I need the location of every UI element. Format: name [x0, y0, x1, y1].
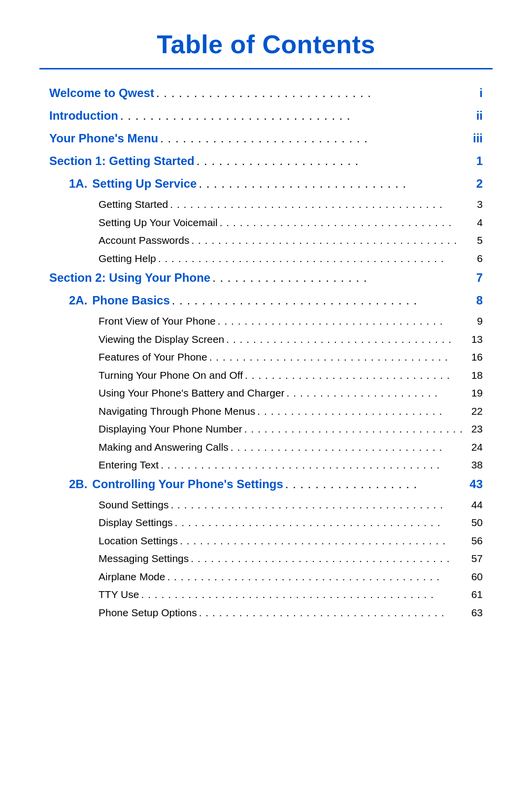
- toc-label: Phone Setup Options: [99, 605, 197, 621]
- toc-row-airplane-mode[interactable]: Airplane Mode. . . . . . . . . . . . . .…: [49, 569, 483, 585]
- toc-row-getting-help[interactable]: Getting Help. . . . . . . . . . . . . . …: [49, 251, 483, 266]
- toc-dots: . . . . . . . . . . . . . . . . . . . . …: [180, 533, 469, 549]
- toc-row-messaging-settings[interactable]: Messaging Settings. . . . . . . . . . . …: [49, 551, 483, 566]
- toc-row-entering-text[interactable]: Entering Text. . . . . . . . . . . . . .…: [49, 457, 483, 473]
- toc-row-sound-settings[interactable]: Sound Settings. . . . . . . . . . . . . …: [49, 497, 483, 513]
- toc-label: Display Settings: [99, 515, 173, 531]
- toc-dots: . . . . . . . . . . . . . . . . . . . . …: [172, 292, 474, 309]
- toc-row-navigating[interactable]: Navigating Through Phone Menus. . . . . …: [49, 403, 483, 419]
- toc-row-phone-menu[interactable]: Your Phone's Menu. . . . . . . . . . . .…: [49, 130, 483, 147]
- toc-page: 19: [471, 385, 483, 401]
- toc-dots: . . . . . . . . . . . . . . . . . . . . …: [175, 515, 469, 531]
- toc-row-welcome[interactable]: Welcome to Qwest. . . . . . . . . . . . …: [49, 84, 483, 102]
- toc-row-voicemail[interactable]: Setting Up Your Voicemail. . . . . . . .…: [49, 215, 483, 231]
- toc-page: 13: [471, 332, 483, 347]
- toc-label: Entering Text: [99, 457, 159, 473]
- toc-row-section1[interactable]: Section 1: Getting Started. . . . . . . …: [49, 152, 483, 170]
- toc-label: Turning Your Phone On and Off: [99, 367, 243, 383]
- toc-dots: . . . . . . . . . . . . . . . . . . . . …: [191, 233, 475, 248]
- toc-dots: . . . . . . . . . . . . . . . . . . . . …: [209, 349, 469, 365]
- toc-dots: . . . . . . . . . . . . . . . . . . . . …: [212, 269, 474, 287]
- toc-label: Your Phone's Menu: [49, 130, 158, 147]
- toc-dots: . . . . . . . . . . . . . . . . . . . . …: [141, 587, 469, 602]
- toc-dots: . . . . . . . . . . . . . . . . . . . . …: [191, 551, 469, 566]
- toc-label: Navigating Through Phone Menus: [99, 403, 255, 419]
- toc-page: i: [479, 84, 483, 102]
- toc-row-display-screen[interactable]: Viewing the Display Screen. . . . . . . …: [49, 332, 483, 347]
- toc-row-battery[interactable]: Using Your Phone's Battery and Charger. …: [49, 385, 483, 401]
- toc-row-features[interactable]: Features of Your Phone. . . . . . . . . …: [49, 349, 483, 365]
- toc-row-section2[interactable]: Section 2: Using Your Phone. . . . . . .…: [49, 269, 483, 287]
- toc-row-display-settings[interactable]: Display Settings. . . . . . . . . . . . …: [49, 515, 483, 531]
- toc-dots: . . . . . . . . . . . . . . . . . . . . …: [199, 175, 474, 193]
- toc-page: 63: [471, 605, 483, 621]
- toc-label: Sound Settings: [99, 497, 168, 513]
- toc-row-2b[interactable]: 2B.Controlling Your Phone's Settings. . …: [49, 475, 483, 493]
- toc-label: Setting Up Service: [92, 175, 197, 193]
- toc-prefix: 1A.: [69, 175, 87, 193]
- toc-container: Welcome to Qwest. . . . . . . . . . . . …: [39, 84, 493, 620]
- toc-page: 56: [471, 533, 483, 549]
- toc-page: 23: [471, 421, 483, 437]
- toc-label: Phone Basics: [92, 292, 169, 309]
- toc-dots: . . . . . . . . . . . . . . . . . . . . …: [257, 403, 469, 419]
- toc-row-location-settings[interactable]: Location Settings. . . . . . . . . . . .…: [49, 533, 483, 549]
- toc-label: Displaying Your Phone Number: [99, 421, 242, 437]
- toc-dots: . . . . . . . . . . . . . . . . . . . . …: [199, 605, 469, 621]
- toc-prefix: 2A.: [69, 292, 87, 309]
- toc-row-tty-use[interactable]: TTY Use. . . . . . . . . . . . . . . . .…: [49, 587, 483, 602]
- toc-row-displaying-number[interactable]: Displaying Your Phone Number. . . . . . …: [49, 421, 483, 437]
- toc-label: Getting Started: [99, 197, 168, 212]
- toc-page: 6: [477, 251, 483, 266]
- toc-dots: . . . . . . . . . . . . . . . . . . . . …: [244, 421, 469, 437]
- toc-page: 44: [471, 497, 483, 513]
- toc-page: 43: [469, 475, 483, 493]
- toc-label: Getting Help: [99, 251, 156, 266]
- toc-page: 57: [471, 551, 483, 566]
- page-title: Table of Contents: [39, 30, 493, 59]
- toc-label: Introduction: [49, 107, 118, 125]
- toc-dots: . . . . . . . . . . . . . . . . . . . . …: [161, 457, 469, 473]
- toc-row-2a[interactable]: 2A.Phone Basics. . . . . . . . . . . . .…: [49, 292, 483, 309]
- toc-row-getting-started[interactable]: Getting Started. . . . . . . . . . . . .…: [49, 197, 483, 212]
- toc-row-phone-setup[interactable]: Phone Setup Options. . . . . . . . . . .…: [49, 605, 483, 621]
- toc-prefix: 2B.: [69, 475, 87, 493]
- toc-dots: . . . . . . . . . . . . . . . . . .: [285, 475, 467, 493]
- toc-dots: . . . . . . . . . . . . . . . . . . . . …: [287, 385, 469, 401]
- title-divider: [39, 68, 493, 69]
- toc-page: 24: [471, 439, 483, 455]
- toc-dots: . . . . . . . . . . . . . . . . . . . . …: [167, 569, 469, 585]
- toc-label: Messaging Settings: [99, 551, 189, 566]
- toc-row-on-off[interactable]: Turning Your Phone On and Off. . . . . .…: [49, 367, 483, 383]
- toc-dots: . . . . . . . . . . . . . . . . . . . . …: [218, 313, 475, 329]
- toc-label: Welcome to Qwest: [49, 84, 154, 102]
- toc-row-introduction[interactable]: Introduction. . . . . . . . . . . . . . …: [49, 107, 483, 125]
- toc-page: 1: [476, 152, 483, 170]
- toc-dots: . . . . . . . . . . . . . . . . . . . . …: [158, 251, 475, 266]
- toc-dots: . . . . . . . . . . . . . . . . . . . . …: [245, 367, 469, 383]
- toc-label: Viewing the Display Screen: [99, 332, 224, 347]
- toc-row-front-view[interactable]: Front View of Your Phone. . . . . . . . …: [49, 313, 483, 329]
- toc-page: 38: [471, 457, 483, 473]
- toc-label: Front View of Your Phone: [99, 313, 216, 329]
- toc-page: 2: [476, 175, 483, 193]
- toc-page: 9: [477, 313, 483, 329]
- toc-page: 5: [477, 233, 483, 248]
- toc-row-passwords[interactable]: Account Passwords. . . . . . . . . . . .…: [49, 233, 483, 248]
- toc-row-1a[interactable]: 1A.Setting Up Service. . . . . . . . . .…: [49, 175, 483, 193]
- toc-dots: . . . . . . . . . . . . . . . . . . . . …: [231, 439, 469, 455]
- toc-page: 18: [471, 367, 483, 383]
- toc-page: ii: [476, 107, 483, 125]
- toc-dots: . . . . . . . . . . . . . . . . . . . . …: [156, 84, 477, 102]
- toc-row-making-calls[interactable]: Making and Answering Calls. . . . . . . …: [49, 439, 483, 455]
- toc-dots: . . . . . . . . . . . . . . . . . . . . …: [197, 152, 474, 170]
- toc-label: TTY Use: [99, 587, 139, 602]
- toc-page: 8: [476, 292, 483, 309]
- toc-page: 16: [471, 349, 483, 365]
- toc-label: Location Settings: [99, 533, 178, 549]
- toc-label: Setting Up Your Voicemail: [99, 215, 218, 231]
- toc-page: 22: [471, 403, 483, 419]
- toc-page: 7: [476, 269, 483, 287]
- toc-label: Using Your Phone's Battery and Charger: [99, 385, 285, 401]
- toc-label: Section 2: Using Your Phone: [49, 269, 210, 287]
